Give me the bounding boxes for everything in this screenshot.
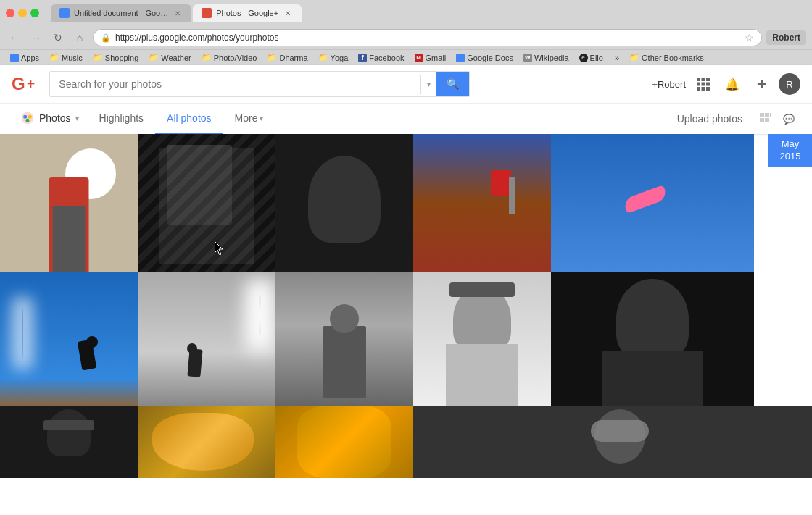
search-icon: 🔍 <box>447 78 459 90</box>
svg-point-12 <box>26 119 30 122</box>
share-button[interactable]: ✚ <box>750 72 773 96</box>
tab-photos-favicon <box>202 8 212 18</box>
photo-9[interactable] <box>413 272 551 406</box>
tab-photos-label: Photos - Google+ <box>216 9 278 17</box>
tab-more[interactable]: More ▾ <box>223 104 276 134</box>
tab-doc-favicon <box>59 8 70 18</box>
forward-button[interactable]: → <box>28 29 45 46</box>
bookmark-more[interactable]: » <box>610 52 624 64</box>
bookmark-music-label: Music <box>62 54 83 62</box>
tab-all-photos[interactable]: All photos <box>155 104 223 134</box>
yoga-folder-icon: 📁 <box>318 53 328 62</box>
photo-10[interactable] <box>551 272 754 406</box>
bookmark-google-docs-label: Google Docs <box>467 54 513 62</box>
bookmark-music[interactable]: 📁 Music <box>45 51 87 64</box>
photo-11[interactable] <box>0 406 138 478</box>
date-badge: May 2015 <box>768 134 812 167</box>
svg-rect-0 <box>697 78 700 81</box>
photos-dropdown-btn[interactable]: Photos ▾ <box>12 104 88 134</box>
bookmark-dharma-label: Dharma <box>279 54 307 62</box>
photo-row-3 <box>0 406 812 478</box>
lock-icon: 🔒 <box>101 33 111 43</box>
bookmark-star-icon[interactable]: ☆ <box>745 32 754 43</box>
svg-rect-15 <box>770 113 771 117</box>
music-folder-icon: 📁 <box>49 53 59 62</box>
maximize-window-btn[interactable] <box>30 9 39 17</box>
dharma-folder-icon: 📁 <box>267 53 277 62</box>
bookmark-facebook[interactable]: f Facebook <box>354 52 408 64</box>
address-input[interactable] <box>115 33 740 43</box>
grid-view-btn[interactable] <box>754 107 777 130</box>
bookmark-photovideo-label: Photo/Video <box>214 54 257 62</box>
photo-8[interactable] <box>276 272 413 406</box>
ello-icon: e <box>579 54 588 62</box>
bookmark-yoga[interactable]: 📁 Yoga <box>314 51 353 64</box>
svg-rect-2 <box>706 78 710 81</box>
photo-7[interactable] <box>138 272 276 406</box>
comment-view-btn[interactable]: 💬 <box>777 107 800 130</box>
photo-14[interactable] <box>413 406 812 478</box>
svg-rect-6 <box>697 87 700 91</box>
photo-4[interactable] <box>413 134 551 272</box>
back-button[interactable]: ← <box>6 29 23 46</box>
logo-plus: + <box>27 76 36 93</box>
gplus-nav: Photos ▾ Highlights All photos More ▾ Up… <box>0 103 812 134</box>
more-dropdown-icon: ▾ <box>260 114 263 122</box>
photo-6[interactable] <box>0 272 138 406</box>
share-icon: ✚ <box>757 78 766 91</box>
photo-13[interactable] <box>276 406 413 478</box>
apps-grid-button[interactable] <box>692 72 715 96</box>
photos-dropdown-icon: ▾ <box>75 114 79 122</box>
tab-doc-close[interactable]: ✕ <box>173 8 183 18</box>
bookmark-ello[interactable]: e Ello <box>575 52 608 64</box>
other-bookmarks-folder-icon: 📁 <box>629 53 639 62</box>
notifications-button[interactable]: 🔔 <box>721 72 744 96</box>
reload-button[interactable]: ↻ <box>49 29 67 46</box>
home-button[interactable]: ⌂ <box>71 29 88 46</box>
bookmark-weather-label: Weather <box>161 54 191 62</box>
wikipedia-icon: W <box>523 54 532 62</box>
user-area: +Robert 🔔 <box>652 72 800 96</box>
gplus-page: G+ ▾ 🔍 +Robert <box>0 65 812 515</box>
tab-highlights[interactable]: Highlights <box>88 104 155 134</box>
bookmark-other[interactable]: 📁 Other Bookmarks <box>625 51 708 64</box>
bookmark-gmail-label: Gmail <box>426 54 447 62</box>
gplus-logo[interactable]: G+ <box>12 74 35 94</box>
minimize-window-btn[interactable] <box>18 9 27 17</box>
tab-photos[interactable]: Photos - Google+ ✕ <box>193 4 302 22</box>
bookmark-wikipedia[interactable]: W Wikipedia <box>519 52 573 64</box>
upload-photos-btn[interactable]: Upload photos <box>666 107 754 130</box>
photos-area: May 2015 <box>0 134 812 478</box>
photo-5[interactable] <box>551 134 754 272</box>
bookmark-weather[interactable]: 📁 Weather <box>144 51 195 64</box>
bookmark-photovideo[interactable]: 📁 Photo/Video <box>197 51 262 64</box>
search-dropdown-icon[interactable]: ▾ <box>420 75 436 94</box>
bell-icon: 🔔 <box>725 78 740 91</box>
logo-g: G <box>12 74 25 94</box>
photo-row-1 <box>0 134 812 272</box>
bookmark-dharma[interactable]: 📁 Dharma <box>262 51 312 64</box>
comment-icon: 💬 <box>783 114 795 125</box>
bookmark-gmail[interactable]: M Gmail <box>410 52 451 64</box>
close-window-btn[interactable] <box>6 9 14 17</box>
gplus-header: G+ ▾ 🔍 +Robert <box>0 65 812 134</box>
tab-photos-close[interactable]: ✕ <box>283 8 293 18</box>
bookmark-apps[interactable]: Apps <box>6 52 44 64</box>
photo-12[interactable] <box>138 406 276 478</box>
bookmark-shopping[interactable]: 📁 Shopping <box>88 51 144 64</box>
date-badge-year: 2015 <box>771 151 809 163</box>
bookmark-facebook-label: Facebook <box>369 54 404 62</box>
facebook-icon: f <box>358 54 367 62</box>
photo-1[interactable] <box>0 134 138 272</box>
tab-doc[interactable]: Untitled document - Goo… ✕ <box>51 4 191 22</box>
bookmark-google-docs[interactable]: Google Docs <box>452 52 518 64</box>
photo-2[interactable] <box>138 134 276 272</box>
photo-3[interactable] <box>276 134 413 272</box>
more-bookmarks-icon: » <box>615 54 619 62</box>
search-button[interactable]: 🔍 <box>436 72 469 96</box>
svg-rect-17 <box>765 118 769 122</box>
search-input[interactable] <box>50 72 420 96</box>
avatar[interactable]: R <box>779 73 800 95</box>
weather-folder-icon: 📁 <box>149 53 159 62</box>
browser-tabs: Untitled document - Goo… ✕ Photos - Goog… <box>51 4 302 22</box>
